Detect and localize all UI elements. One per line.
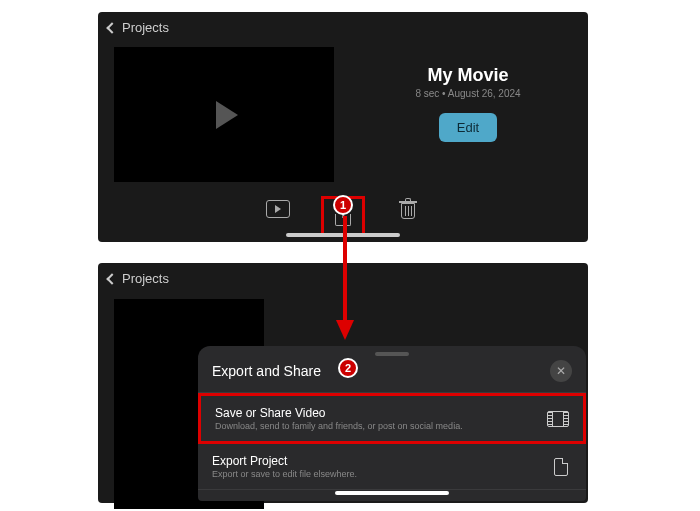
trash-icon bbox=[399, 199, 417, 219]
chevron-left-icon bbox=[106, 22, 117, 33]
sheet-grabber[interactable] bbox=[375, 352, 409, 356]
back-button[interactable]: Projects bbox=[122, 271, 169, 286]
project-info: My Movie 8 sec • August 26, 2024 Edit bbox=[364, 47, 572, 182]
edit-button[interactable]: Edit bbox=[439, 113, 497, 142]
home-indicator bbox=[286, 233, 400, 237]
export-share-sheet: Export and Share ✕ Save or Share Video D… bbox=[198, 346, 586, 501]
play-fullscreen-button[interactable] bbox=[263, 196, 293, 222]
save-share-video-row[interactable]: Save or Share Video Download, send to fa… bbox=[198, 393, 586, 444]
home-indicator bbox=[335, 491, 449, 495]
video-preview[interactable] bbox=[114, 47, 334, 182]
play-icon bbox=[216, 101, 238, 129]
film-icon bbox=[547, 410, 569, 428]
chevron-left-icon bbox=[106, 273, 117, 284]
nav-bar: Projects bbox=[98, 263, 588, 294]
project-screen-bottom: Projects Export and Share ✕ Save or Shar… bbox=[98, 263, 588, 503]
delete-button[interactable] bbox=[393, 196, 423, 222]
row-title: Export Project bbox=[212, 454, 357, 468]
row-subtitle: Download, send to family and friends, or… bbox=[215, 421, 463, 431]
project-title: My Movie bbox=[364, 65, 572, 86]
annotation-badge-2: 2 bbox=[338, 358, 358, 378]
play-rect-icon bbox=[266, 200, 290, 218]
annotation-badge-1: 1 bbox=[333, 195, 353, 215]
nav-bar: Projects bbox=[98, 12, 588, 43]
sheet-title: Export and Share bbox=[212, 363, 321, 379]
document-icon bbox=[550, 458, 572, 476]
row-title: Save or Share Video bbox=[215, 406, 463, 420]
close-button[interactable]: ✕ bbox=[550, 360, 572, 382]
row-subtitle: Export or save to edit file elsewhere. bbox=[212, 469, 357, 479]
back-button[interactable]: Projects bbox=[122, 20, 169, 35]
close-icon: ✕ bbox=[556, 364, 566, 378]
export-project-row[interactable]: Export Project Export or save to edit fi… bbox=[198, 444, 586, 490]
project-meta: 8 sec • August 26, 2024 bbox=[364, 88, 572, 99]
